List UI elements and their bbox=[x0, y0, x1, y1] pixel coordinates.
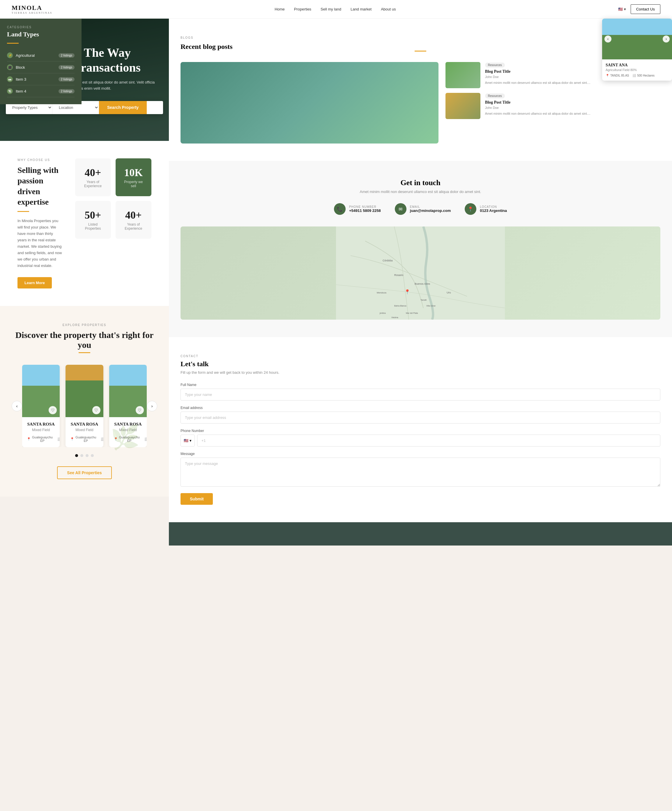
lets-talk-subtitle: Fill up the form and we will get back to… bbox=[180, 370, 660, 375]
blog-excerpt-1: Amet minim mollit non deserunt ullamco e… bbox=[485, 80, 660, 86]
area-icon: ⬜ bbox=[632, 74, 636, 77]
cat-dot-icon: ⬛ bbox=[7, 64, 13, 70]
dot-2 bbox=[80, 454, 83, 457]
categories-title: Land Types bbox=[7, 31, 75, 38]
blog-excerpt-2: Amet minim mollit non deserunt ullamco e… bbox=[485, 111, 660, 117]
property-popup: ‹ › SAINT ANA Agricultural Field 80% 📍 T… bbox=[602, 19, 672, 81]
contact-email-text: Email juan@minolaprop.com bbox=[410, 205, 451, 213]
get-in-touch-subtitle: Amet minim mollit non deserunt ullamco e… bbox=[180, 190, 660, 194]
cat-item-4[interactable]: 🏗 Item 4 2 listings bbox=[7, 85, 75, 97]
contact-button[interactable]: Contact Us bbox=[631, 4, 660, 14]
explore-underline bbox=[79, 352, 90, 353]
blog-card-image-2 bbox=[445, 93, 480, 119]
email-value: juan@minolaprop.com bbox=[410, 209, 451, 213]
message-textarea[interactable] bbox=[180, 458, 660, 487]
language-selector[interactable]: 🇺🇸 ▾ bbox=[618, 7, 626, 11]
svg-text:Bahía Blanca: Bahía Blanca bbox=[394, 305, 406, 307]
why-heading: Selling with passion driven expertise bbox=[17, 165, 63, 207]
stat-label: Years of Experience bbox=[82, 180, 104, 188]
nav-home[interactable]: Home bbox=[275, 7, 285, 11]
phone-flag-selector[interactable]: 🇺🇸 ▾ bbox=[180, 434, 195, 446]
location-value: 0123 Argentina bbox=[480, 209, 507, 213]
area-icon: ⬜ bbox=[58, 437, 60, 441]
full-name-group: Full Name bbox=[180, 383, 660, 400]
card-image-3: ♡ bbox=[109, 365, 147, 417]
nav-about[interactable]: About us bbox=[381, 7, 396, 11]
card-location: 📍 Gualeguaychu EP bbox=[70, 436, 96, 443]
dot-4 bbox=[91, 454, 94, 457]
popup-location: 📍 TANDIL 85.AS bbox=[606, 74, 629, 77]
stat-years: 40+ Years of Experience bbox=[75, 158, 111, 196]
cat-item-block[interactable]: ⬛ Block 2 listings bbox=[7, 61, 75, 73]
learn-more-button[interactable]: Learn More bbox=[17, 277, 52, 288]
why-underline bbox=[17, 211, 29, 212]
email-icon-circle: ✉ bbox=[395, 203, 406, 215]
stat-number: 50+ bbox=[82, 209, 104, 221]
contact-phone-text: Phone Number +54911 5809 2258 bbox=[349, 205, 381, 213]
popup-next-button[interactable]: › bbox=[663, 36, 670, 42]
chevron-down-icon: ▾ bbox=[624, 7, 626, 11]
stat-property: 10K Property we sell bbox=[115, 158, 151, 196]
cat-item-left: 🏗 Item 4 bbox=[7, 88, 26, 94]
stat-number: 40+ bbox=[82, 166, 104, 179]
blogs-section: BLOGS Recent blog posts Resources Blog P… bbox=[169, 19, 672, 161]
full-name-label: Full Name bbox=[180, 383, 660, 387]
why-description: In Minola Properties you will find your … bbox=[17, 218, 63, 269]
blogs-grid: Resources Blog Post Title John Doe Amet … bbox=[180, 62, 660, 144]
stat-experience: 40+ Years of Experience bbox=[115, 201, 151, 239]
dot-1 bbox=[75, 454, 78, 457]
card-body-2: SANTA ROSA Mixed Field 📍 Gualeguaychu EP… bbox=[66, 417, 103, 447]
blogs-label: BLOGS bbox=[180, 36, 660, 39]
card-favorite-button[interactable]: ♡ bbox=[92, 406, 100, 414]
svg-text:Tandil: Tandil bbox=[421, 299, 426, 301]
cat-item-agricultural[interactable]: 🌾 Agricultural 2 listings bbox=[7, 49, 75, 61]
card-image-1: ♡ bbox=[22, 365, 60, 417]
email-input[interactable] bbox=[180, 412, 660, 424]
logo-sub: TIERRAS ARGENTINAS bbox=[12, 12, 53, 14]
card-area: ⬜ 1,200 Hectares bbox=[58, 436, 60, 443]
full-name-input[interactable] bbox=[180, 389, 660, 400]
carousel-dots bbox=[12, 454, 157, 457]
popup-body: SAINT ANA Agricultural Field 80% 📍 TANDI… bbox=[602, 59, 672, 81]
carousel-prev-button[interactable]: ‹ bbox=[12, 401, 22, 411]
explore-heading: Discover the property that's right for y… bbox=[12, 330, 157, 350]
nav-properties[interactable]: Properties bbox=[294, 7, 311, 11]
blog-tag-2: Resources bbox=[485, 93, 505, 98]
blogs-underline bbox=[415, 51, 426, 51]
area-icon: ⬜ bbox=[144, 437, 147, 441]
popup-prev-button[interactable]: ‹ bbox=[604, 36, 611, 42]
cat-item-left: ⬛ Block bbox=[7, 64, 25, 70]
leaf-decoration: 🌿 bbox=[110, 424, 140, 451]
card-area: ⬜ 1,200 Hectares bbox=[144, 436, 147, 443]
search-property-button[interactable]: Search Property bbox=[99, 101, 147, 114]
blog-card-image-1 bbox=[445, 62, 480, 88]
svg-rect-0 bbox=[336, 226, 505, 320]
phone-group: Phone Number 🇺🇸 ▾ bbox=[180, 429, 660, 446]
phone-input[interactable] bbox=[197, 434, 660, 446]
svg-text:Villa Gese: Villa Gese bbox=[426, 305, 436, 307]
contact-section-label: CONTACT bbox=[180, 355, 660, 358]
why-label: WHY CHOOSE US bbox=[17, 158, 63, 161]
categories-underline bbox=[7, 43, 19, 44]
map-svg: Córdoba Rosario Buenos Aires Mendoza Uru… bbox=[180, 226, 660, 320]
submit-button[interactable]: Submit bbox=[180, 493, 213, 505]
nav-market[interactable]: Land market bbox=[351, 7, 372, 11]
dot-3 bbox=[86, 454, 88, 457]
svg-text:Buenos Aires: Buenos Aires bbox=[415, 282, 430, 285]
email-group: Email address bbox=[180, 406, 660, 424]
cat-item-3[interactable]: 🏘 Item 3 2 listings bbox=[7, 73, 75, 85]
categories-panel: CATEGORIES Land Types 🌾 Agricultural 2 l… bbox=[0, 19, 81, 104]
location-icon: 📍 bbox=[27, 437, 31, 441]
explore-section: EXPLORE PROPERTIES Discover the property… bbox=[0, 306, 169, 497]
location-icon: 📍 bbox=[606, 74, 609, 77]
cat-badge: 2 listings bbox=[59, 89, 75, 93]
cat-item-name: Item 3 bbox=[16, 77, 26, 81]
nav-sell[interactable]: Sell my land bbox=[321, 7, 341, 11]
popup-title: SAINT ANA bbox=[606, 63, 669, 68]
card-type: Mixed Field bbox=[27, 428, 55, 432]
see-all-button[interactable]: See All Properties bbox=[57, 467, 112, 479]
message-group: Message bbox=[180, 452, 660, 488]
why-choose-us-section: WHY CHOOSE US Selling with passion drive… bbox=[0, 141, 169, 306]
carousel-next-button[interactable]: › bbox=[147, 401, 157, 411]
cat-item-name: Item 4 bbox=[16, 89, 26, 93]
